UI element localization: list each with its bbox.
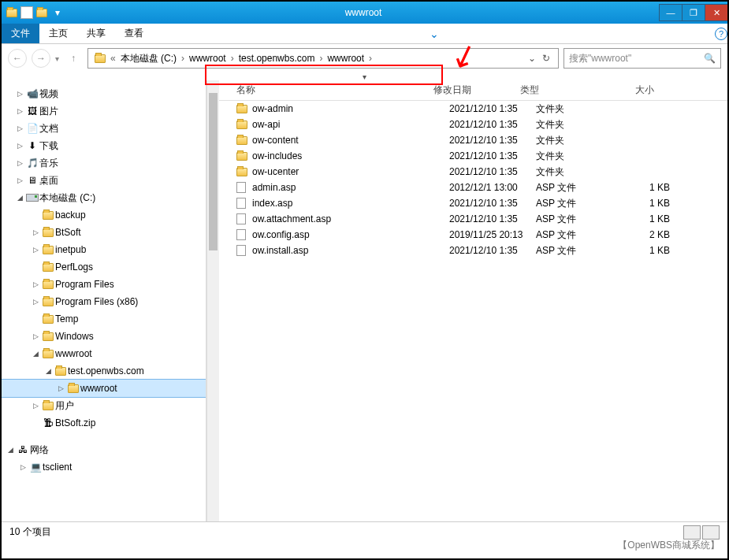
chevron-right-icon: ›	[318, 53, 324, 64]
tab-view[interactable]: 查看	[115, 24, 153, 43]
tree-backup[interactable]: backup	[2, 206, 206, 224]
tree-windows[interactable]: ▷Windows	[2, 328, 206, 345]
tab-home[interactable]: 主页	[39, 24, 77, 43]
tab-file[interactable]: 文件	[2, 24, 39, 43]
minimize-button[interactable]: —	[659, 4, 683, 21]
file-row[interactable]: ow-admin2021/12/10 1:35文件夹	[219, 101, 727, 117]
file-row[interactable]: ow-api2021/12/10 1:35文件夹	[219, 117, 727, 132]
file-type: ASP 文件	[536, 213, 623, 226]
file-type: ASP 文件	[536, 197, 623, 210]
qat-dropdown-icon[interactable]: ▾	[50, 6, 65, 20]
folder-tree: ▷📹视频 ▷🖼图片 ▷📄文档 ▷⬇下载 ▷🎵音乐 ▷🖥桌面 ◢本地磁盘 (C:)…	[2, 80, 206, 521]
tree-wwwroot[interactable]: ◢wwwroot	[2, 345, 206, 362]
search-placeholder: 搜索"wwwroot"	[569, 52, 631, 65]
qat-new-folder-icon[interactable]	[35, 6, 49, 20]
tree-music[interactable]: ▷🎵音乐	[2, 154, 206, 172]
file-name: ow-api	[252, 119, 449, 130]
tree-temp[interactable]: Temp	[2, 310, 206, 328]
back-button[interactable]: ←	[8, 49, 27, 68]
file-type: 文件夹	[536, 150, 623, 163]
tree-program-files[interactable]: ▷Program Files	[2, 276, 206, 293]
refresh-icon[interactable]: ↻	[542, 53, 550, 64]
breadcrumb-p3[interactable]: wwwroot	[324, 49, 367, 68]
chevron-right-icon: ›	[180, 53, 186, 64]
search-icon[interactable]: 🔍	[704, 53, 716, 64]
tree-program-files-x86[interactable]: ▷Program Files (x86)	[2, 293, 206, 310]
file-date: 2021/12/10 1:35	[449, 135, 536, 146]
tree-btsoft[interactable]: ▷BtSoft	[2, 224, 206, 241]
breadcrumb-p1[interactable]: wwwroot	[186, 49, 229, 68]
file-type: 文件夹	[536, 165, 623, 179]
help-icon[interactable]: ?	[715, 28, 727, 40]
history-dropdown-icon[interactable]: ▾	[55, 54, 59, 63]
file-type: ASP 文件	[536, 181, 623, 195]
sidebar-scrollbar[interactable]	[206, 80, 219, 521]
file-date: 2021/12/10 1:35	[449, 166, 536, 177]
col-size[interactable]: 大小	[607, 83, 654, 97]
tree-inetpub[interactable]: ▷inetpub	[2, 241, 206, 258]
file-size: 1 KB	[623, 213, 670, 224]
app-icon	[5, 6, 19, 20]
col-type[interactable]: 类型	[520, 83, 607, 97]
tree-videos[interactable]: ▷📹视频	[2, 85, 206, 102]
tree-users[interactable]: ▷用户	[2, 397, 206, 414]
view-details-button[interactable]	[683, 525, 701, 540]
search-input[interactable]: 搜索"wwwroot" 🔍	[563, 48, 721, 69]
file-type: 文件夹	[536, 134, 623, 147]
file-row[interactable]: ow-ucenter2021/12/10 1:35文件夹	[219, 164, 727, 180]
tree-documents[interactable]: ▷📄文档	[2, 120, 206, 137]
file-list-pane: 名称 修改日期 类型 大小 ow-admin2021/12/10 1:35文件夹…	[219, 80, 727, 521]
column-headers: 名称 修改日期 类型 大小	[219, 80, 727, 101]
file-name: ow-content	[252, 135, 449, 146]
tree-drive-c[interactable]: ◢本地磁盘 (C:)	[2, 189, 206, 206]
file-icon	[236, 182, 252, 193]
tree-test-openwbs[interactable]: ◢test.openwbs.com	[2, 362, 206, 380]
file-date: 2021/12/10 1:35	[449, 150, 536, 161]
address-folder-icon	[95, 54, 106, 63]
tree-btsoft-zip[interactable]: 🗜BtSoft.zip	[2, 414, 206, 432]
file-size: 2 KB	[623, 229, 670, 240]
tree-desktop[interactable]: ▷🖥桌面	[2, 172, 206, 189]
tree-network[interactable]: ◢🖧网络	[2, 441, 206, 458]
tree-tsclient[interactable]: ▷💻tsclient	[2, 458, 206, 476]
tab-share[interactable]: 共享	[77, 24, 115, 43]
qat-properties-icon[interactable]	[20, 6, 33, 19]
file-date: 2021/12/10 1:35	[449, 198, 536, 209]
chevron-right-icon: ›	[229, 53, 236, 64]
address-bar[interactable]: « 本地磁盘 (C:) › wwwroot › test.openwbs.com…	[87, 48, 559, 69]
col-name[interactable]: 名称	[236, 83, 433, 97]
window-title: wwwroot	[68, 7, 659, 18]
ribbon-expand-icon[interactable]: ⌄	[418, 28, 450, 40]
up-button[interactable]: ↑	[64, 49, 83, 68]
breadcrumb-expand-icon[interactable]: ▾	[2, 72, 727, 80]
col-date[interactable]: 修改日期	[433, 83, 520, 97]
view-icons-button[interactable]	[702, 525, 720, 540]
forward-button[interactable]: →	[32, 49, 50, 68]
tree-perflogs[interactable]: PerfLogs	[2, 258, 206, 276]
file-icon	[236, 245, 252, 256]
file-row[interactable]: ow-content2021/12/10 1:35文件夹	[219, 132, 727, 148]
tree-downloads[interactable]: ▷⬇下载	[2, 137, 206, 154]
close-button[interactable]: ✕	[705, 4, 728, 21]
file-name: admin.asp	[252, 182, 449, 193]
file-row[interactable]: ow-includes2021/12/10 1:35文件夹	[219, 148, 727, 164]
file-row[interactable]: ow.config.asp2019/11/25 20:13ASP 文件2 KB	[219, 227, 727, 243]
file-row[interactable]: index.asp2021/12/10 1:35ASP 文件1 KB	[219, 195, 727, 211]
file-date: 2012/12/1 13:00	[449, 182, 536, 193]
file-date: 2021/12/10 1:35	[449, 103, 536, 114]
item-count: 10 个项目	[9, 525, 51, 539]
address-dropdown-icon[interactable]: ⌄	[528, 53, 536, 64]
tree-pictures[interactable]: ▷🖼图片	[2, 102, 206, 120]
file-size: 1 KB	[623, 198, 670, 209]
file-name: ow-ucenter	[252, 166, 449, 177]
file-name: ow-includes	[252, 150, 449, 161]
chevron-icon[interactable]: «	[109, 53, 117, 64]
breadcrumb-drive[interactable]: 本地磁盘 (C:)	[117, 49, 180, 68]
file-row[interactable]: admin.asp2012/12/1 13:00ASP 文件1 KB	[219, 180, 727, 195]
tree-wwwroot-inner[interactable]: ▷wwwroot	[2, 380, 206, 397]
maximize-button[interactable]: ❐	[682, 4, 705, 21]
file-row[interactable]: ow.attachment.asp2021/12/10 1:35ASP 文件1 …	[219, 211, 727, 227]
breadcrumb-p2[interactable]: test.openwbs.com	[236, 49, 318, 68]
file-date: 2021/12/10 1:35	[449, 119, 536, 130]
file-row[interactable]: ow.install.asp2021/12/10 1:35ASP 文件1 KB	[219, 243, 727, 258]
